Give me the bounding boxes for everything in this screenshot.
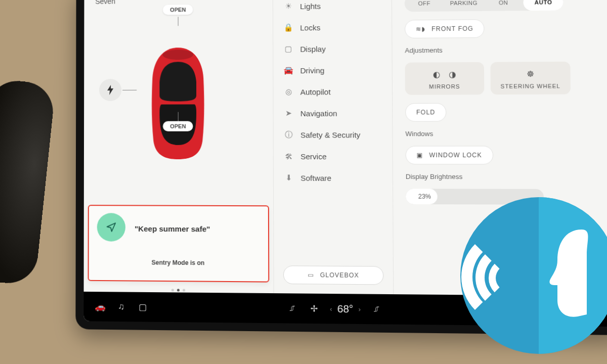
- software-icon: ⬇: [284, 173, 293, 182]
- fold-mirrors-button[interactable]: FOLD: [405, 103, 446, 122]
- front-fog-label: FRONT FOG: [431, 25, 473, 33]
- steering-wheel-prop: [0, 78, 56, 286]
- menu-item-autopilot[interactable]: ◎Autopilot: [273, 80, 392, 102]
- mirror-left-icon: ◐: [433, 70, 441, 79]
- profile-head-icon: [539, 224, 600, 326]
- adjustments-heading: Adjustments: [405, 46, 604, 55]
- voice-assistant-overlay-graphic: [460, 197, 607, 354]
- brightness-heading: Display Brightness: [406, 173, 606, 181]
- window-icon: ▣: [416, 152, 423, 159]
- window-lock-button[interactable]: ▣ WINDOW LOCK: [406, 146, 493, 164]
- seg-auto[interactable]: AUTO: [523, 0, 563, 11]
- steering-adjust-button[interactable]: ☸ STEERING WHEEL: [490, 62, 571, 95]
- seg-off[interactable]: OFF: [405, 0, 444, 12]
- dock-app-icon[interactable]: ▢: [137, 301, 149, 312]
- mirror-right-icon: ◑: [449, 69, 456, 79]
- voice-query-text: "Keep summer safe": [135, 224, 210, 233]
- voice-result-text: Sentry Mode is on: [152, 259, 205, 266]
- autopilot-icon: ◎: [284, 87, 293, 96]
- car-visualization: OPEN OPEN: [84, 0, 273, 205]
- menu-label: Display: [300, 44, 325, 53]
- sound-wave-icon: [489, 258, 529, 298]
- menu-label: Driving: [300, 66, 324, 74]
- dock-car-icon[interactable]: 🚗: [94, 301, 106, 312]
- menu-label: Safety & Security: [300, 130, 360, 139]
- glovebox-label: GLOVEBOX: [320, 271, 359, 279]
- display-icon: ▢: [284, 44, 293, 54]
- menu-label: Lights: [300, 2, 321, 11]
- seg-parking[interactable]: PARKING: [444, 0, 484, 12]
- dock-music-icon[interactable]: ♫: [115, 302, 127, 312]
- menu-item-locks[interactable]: 🔒Locks: [273, 16, 392, 38]
- menu-item-safety[interactable]: ⓘSafety & Security: [274, 124, 393, 146]
- frunk-open-button[interactable]: OPEN: [163, 5, 193, 15]
- menu-label: Navigation: [300, 109, 337, 117]
- menu-label: Locks: [300, 23, 320, 31]
- service-icon: 🛠: [284, 152, 293, 161]
- dock-fan-icon[interactable]: ✢: [308, 303, 321, 314]
- lock-icon: 🔒: [284, 23, 293, 32]
- dock-seat-left-icon[interactable]: ⎎: [286, 303, 298, 314]
- car-status-panel: Seven OPEN OPEN: [84, 0, 274, 293]
- dock-seat-right-icon[interactable]: ⎎: [370, 304, 383, 314]
- light-icon: ☀: [283, 2, 292, 11]
- chevron-left-icon[interactable]: ‹: [330, 305, 332, 312]
- seg-on[interactable]: ON: [484, 0, 524, 11]
- window-lock-label: WINDOW LOCK: [429, 152, 482, 159]
- windows-heading: Windows: [405, 129, 605, 138]
- glovebox-icon: ▭: [308, 271, 314, 279]
- front-fog-button[interactable]: ≋◗ FRONT FOG: [405, 19, 485, 38]
- chevron-right-icon[interactable]: ›: [359, 305, 361, 313]
- menu-item-driving[interactable]: 🚘Driving: [273, 59, 392, 81]
- menu-item-display[interactable]: ▢Display: [273, 37, 392, 60]
- bolt-icon: [106, 85, 114, 95]
- nav-icon: ➤: [284, 109, 293, 118]
- settings-menu: ☀Lights 🔒Locks ▢Display 🚘Driving ◎Autopi…: [273, 0, 394, 294]
- dock-temperature[interactable]: ‹ 68° ›: [330, 303, 361, 315]
- headlight-mode-segmented[interactable]: OFF PARKING ON AUTO: [405, 0, 563, 12]
- navigate-arrow-icon: [106, 221, 117, 233]
- menu-label: Software: [300, 173, 331, 182]
- steering-wheel-icon: ☸: [527, 69, 534, 79]
- voice-nav-icon-badge: [97, 213, 125, 242]
- voice-command-card: "Keep summer safe" Sentry Mode is on: [88, 205, 270, 282]
- car-top-view: [142, 44, 213, 161]
- steering-label: STEERING WHEEL: [500, 83, 560, 89]
- menu-item-lights[interactable]: ☀Lights: [273, 0, 392, 17]
- connector-line: [178, 17, 179, 26]
- glovebox-button[interactable]: ▭ GLOVEBOX: [283, 265, 383, 285]
- mirrors-adjust-button[interactable]: ◐◑ MIRRORS: [405, 62, 485, 95]
- menu-item-software[interactable]: ⬇Software: [274, 167, 393, 189]
- safety-icon: ⓘ: [284, 130, 293, 140]
- menu-item-service[interactable]: 🛠Service: [274, 146, 393, 167]
- connector-line: [178, 112, 179, 121]
- temp-value: 68°: [337, 303, 353, 315]
- menu-item-navigation[interactable]: ➤Navigation: [274, 102, 393, 124]
- mirrors-label: MIRRORS: [429, 83, 460, 89]
- brightness-value: 23%: [418, 193, 431, 200]
- menu-label: Autopilot: [300, 87, 331, 96]
- fog-icon: ≋◗: [416, 25, 425, 32]
- menu-label: Service: [300, 152, 326, 161]
- charge-port-button[interactable]: [99, 79, 121, 101]
- fold-label: FOLD: [416, 109, 436, 116]
- driving-icon: 🚘: [284, 66, 293, 75]
- connector-line: [122, 90, 137, 90]
- trunk-open-button[interactable]: OPEN: [163, 121, 193, 131]
